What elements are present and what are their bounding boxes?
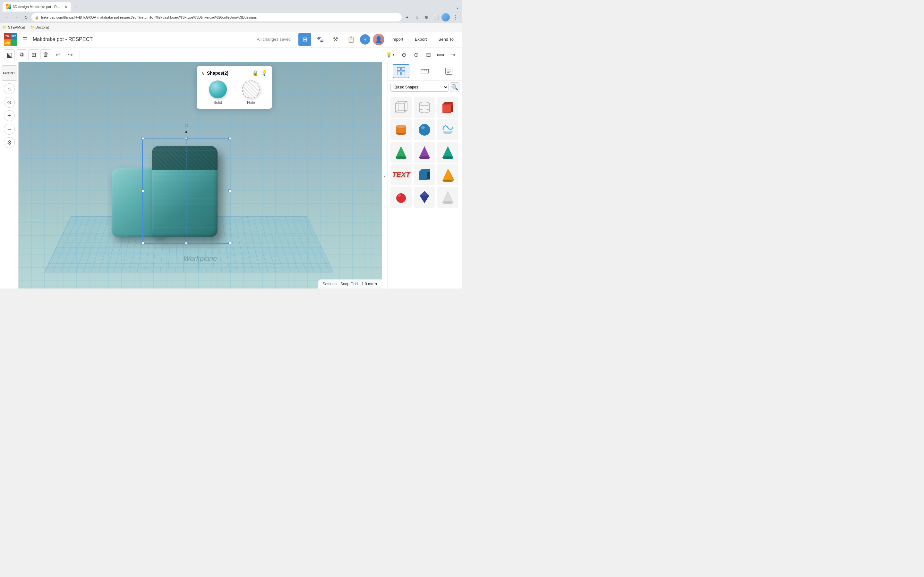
tab-close-icon[interactable]: ✕ [64,5,68,9]
right-toolbar-tools: 💡▾ ⊖ ⊙ ⊟ ⟺ ⊸ [383,49,458,60]
shape-tile-cone-white[interactable] [437,187,459,208]
import-button[interactable]: Import [387,35,408,44]
paw-button[interactable]: 🐾 [314,33,326,46]
tinkercad-logo[interactable]: TIN KER CAD [4,33,17,46]
align-button[interactable]: ⊟ [423,49,434,60]
send-to-button[interactable]: Send To [434,35,458,44]
home-view-button[interactable]: ⌂ [4,83,15,94]
svg-line-16 [405,110,407,112]
settings-button[interactable]: Settings [323,282,336,286]
sv-notes-btn[interactable] [441,64,457,78]
shape-tile-text-red[interactable]: TEXT [391,164,412,185]
shapes-options-row: Solid Hole [201,81,268,105]
svg-marker-47 [420,191,429,195]
address-bar: ‹ › ↻ 🔒 tinkercad.com/things/ktyBt7cGKOA… [0,11,462,23]
redo-button[interactable]: ↪ [65,49,76,60]
save-status: All changes saved [257,37,291,42]
delete-button[interactable]: 🗑 [40,49,51,60]
sv-grid-btn[interactable] [393,64,409,78]
shape-tile-box-wire[interactable] [391,97,412,118]
shape-tile-cone-purple[interactable] [414,142,435,163]
fit-view-button[interactable]: ⊙ [4,97,15,108]
settings-wheel[interactable]: ⚙ [4,137,15,148]
back-button[interactable]: ‹ [3,13,11,21]
shape-tile-box-red[interactable] [437,97,459,118]
sel-handle-tm [185,137,188,140]
duplicate-button[interactable]: ⊞ [28,49,39,60]
snap-dropdown-icon: ▾ [375,282,377,286]
zoom-in-button[interactable]: + [4,110,15,121]
svg-point-44 [396,193,406,203]
bookmark-folder-icon: 📁 [3,25,7,29]
select-button[interactable]: ⊸ [447,49,458,60]
forward-button[interactable]: › [12,13,21,21]
extension-icon-3[interactable]: ⬜ [432,13,440,21]
hole-shape [242,81,260,98]
tab-bar-menu[interactable]: ⌄ [453,3,462,11]
svg-point-49 [443,201,453,204]
snap-grid-label: Snap Grid [341,282,358,286]
copy-button[interactable]: ⧉ [16,49,27,60]
shape-intersect-button[interactable]: ⊙ [411,49,422,60]
shape-tile-cone-teal[interactable] [437,142,459,163]
category-select[interactable]: Basic Shapes [391,83,449,92]
shape-tile-gem[interactable] [414,187,435,208]
sv-ruler-btn[interactable] [417,64,433,78]
view-cube[interactable]: FRONT [2,65,17,81]
url-bar[interactable]: 🔒 tinkercad.com/things/ktyBt7cGKOA-makdr… [31,13,402,21]
shape-subtract-button[interactable]: ⊖ [399,49,409,60]
shapes-panel-header: ∧ Shapes(2) 🔒 💡 [201,70,268,76]
export-button[interactable]: Export [410,35,431,44]
shapes-panel-icon2[interactable]: 💡 [261,70,268,76]
tools-button[interactable]: ⚒ [329,33,342,46]
reload-button[interactable]: ↻ [22,13,30,21]
user-add-button[interactable]: ++ [360,34,370,45]
svg-point-18 [419,102,430,106]
svg-point-35 [419,156,430,159]
shape-tile-sphere-blue[interactable] [414,119,435,140]
zoom-out-button[interactable]: − [4,124,15,135]
tab-favicon [6,4,11,9]
svg-point-19 [419,109,430,113]
url-text: tinkercad.com/things/ktyBt7cGKOA-makdrak… [41,15,257,19]
mirror-button[interactable]: ⟺ [435,49,446,60]
search-button[interactable]: 🔍 [450,82,459,92]
shape-tile-cone-green[interactable] [391,142,412,163]
bookmark-star[interactable]: ☆ [413,13,421,21]
lightbulb-dropdown[interactable]: 💡▾ [383,50,397,59]
sidebar-collapse-arrow[interactable]: › [382,62,388,288]
svg-point-33 [396,156,407,159]
extension-icon-1[interactable]: ✦ [403,13,411,21]
canvas[interactable]: ▲ ↻ ∧ Shapes(2) 🔒 💡 Solid [19,62,382,288]
shape-tile-pyramid[interactable] [437,164,459,185]
shape-tile-wavy[interactable] [437,119,459,140]
blueprint-button[interactable]: 📋 [344,33,357,46]
svg-line-14 [396,101,398,103]
solid-option[interactable]: Solid [209,81,227,105]
snap-grid-value[interactable]: 1.0 mm ▾ [362,282,377,286]
shapes-panel-collapse[interactable]: ∧ [201,71,204,76]
shape-tile-sphere-pink[interactable] [391,187,412,208]
grid-view-button[interactable]: ⊞ [298,33,311,46]
rotate-handle[interactable]: ↻ [184,122,188,129]
browser-menu[interactable]: ⋮ [451,13,459,21]
user-avatar[interactable]: 👤 [373,34,384,45]
svg-rect-1 [402,67,405,71]
object-right[interactable] [152,146,218,237]
shape-tile-cylinder-orange[interactable] [391,119,412,140]
svg-rect-40 [427,172,430,179]
svg-point-37 [443,156,453,159]
shape-tile-box-navy[interactable] [414,164,435,185]
paste-button[interactable]: ⬕ [4,49,15,60]
profile-icon[interactable] [441,13,450,21]
extension-icon-2[interactable]: ❋ [422,13,431,21]
bookmark-steamcat[interactable]: 📁 STEAMcat [3,25,25,29]
new-tab-button[interactable]: + [71,3,81,11]
undo-button[interactable]: ↩ [53,49,63,60]
shape-tile-cylinder-wire[interactable] [414,97,435,118]
bookmark-doctorat[interactable]: 📁 Doctorat [30,25,49,29]
shapes-panel-icon1[interactable]: 🔒 [252,70,258,76]
hole-option[interactable]: Hole [242,81,260,105]
active-tab[interactable]: 3D design Makdrake pot - RE... ✕ [3,2,71,11]
hamburger-menu[interactable]: ☰ [20,34,30,45]
